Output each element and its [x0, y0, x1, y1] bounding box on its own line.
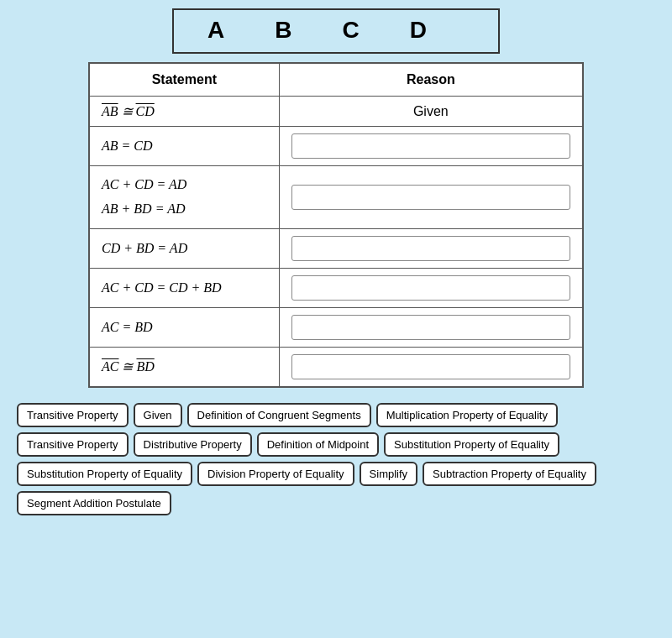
table-row: AC + CD = AD AB + BD = AD [89, 166, 583, 229]
reason-box-7[interactable] [291, 354, 570, 379]
reason-1: Given [279, 97, 583, 127]
chip-substitution-1[interactable]: Substitution Property of Equality [384, 432, 559, 457]
point-a: A [207, 17, 224, 44]
statement-2: AB = CD [89, 127, 279, 166]
point-d: D [410, 17, 427, 44]
chip-given[interactable]: Given [134, 403, 182, 427]
statement-5: AC + CD = CD + BD [89, 268, 279, 307]
statement-4: CD + BD = AD [89, 228, 279, 268]
table-row: AC + CD = CD + BD [89, 268, 583, 307]
proof-table-container: Statement Reason AB ≅ CD Given AB = CD [88, 62, 584, 388]
table-row: AC ≅ BD [89, 347, 583, 387]
statement-3: AC + CD = AD AB + BD = AD [89, 166, 279, 229]
reason-2 [279, 127, 583, 166]
reason-4 [279, 228, 583, 268]
statement-1: AB ≅ CD [89, 97, 279, 127]
chips-area: Transitive Property Given Definition of … [17, 403, 655, 515]
table-row: AC = BD [89, 307, 583, 347]
chip-def-midpoint[interactable]: Definition of Midpoint [257, 432, 379, 457]
chip-transitive-1[interactable]: Transitive Property [17, 403, 129, 427]
point-b: B [275, 17, 291, 44]
reason-box-6[interactable] [291, 315, 570, 340]
reason-6 [279, 307, 583, 347]
header-statement: Statement [89, 63, 279, 97]
proof-table: Statement Reason AB ≅ CD Given AB = CD [88, 62, 584, 388]
header-reason: Reason [279, 63, 583, 97]
reason-box-5[interactable] [291, 275, 570, 301]
chip-division-equality[interactable]: Division Property of Equality [197, 462, 354, 486]
reason-3 [279, 166, 583, 229]
chip-transitive-2[interactable]: Transitive Property [17, 432, 129, 457]
reason-7 [279, 347, 583, 387]
chip-def-congruent[interactable]: Definition of Congruent Segments [187, 403, 371, 427]
reason-box-3[interactable] [291, 185, 570, 210]
chip-segment-addition[interactable]: Segment Addition Postulate [17, 491, 171, 515]
statement-6: AC = BD [89, 307, 279, 347]
diagram-section: A B C D [0, 0, 672, 54]
table-row: AB ≅ CD Given [89, 97, 583, 127]
reason-box-4[interactable] [291, 236, 570, 261]
point-c: C [342, 17, 359, 44]
chip-mult-equality[interactable]: Multiplication Property of Equality [376, 403, 558, 427]
table-row: AB = CD [89, 127, 583, 166]
chip-subtraction-equality[interactable]: Subtraction Property of Equality [423, 462, 596, 486]
table-row: CD + BD = AD [89, 228, 583, 268]
chip-substitution-2[interactable]: Substitution Property of Equality [17, 462, 192, 486]
diagram-points: A B C D [172, 10, 500, 54]
reason-5 [279, 268, 583, 307]
reason-box-2[interactable] [291, 133, 570, 159]
chip-distributive[interactable]: Distributive Property [134, 432, 252, 457]
chip-simplify[interactable]: Simplify [360, 462, 418, 486]
statement-7: AC ≅ BD [89, 347, 279, 387]
